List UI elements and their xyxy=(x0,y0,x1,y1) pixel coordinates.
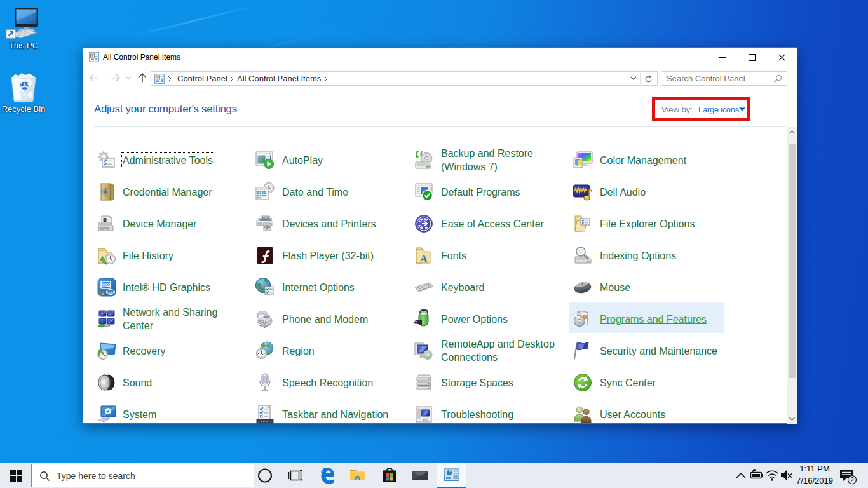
svg-text:A: A xyxy=(420,253,428,265)
svg-text:intel: intel xyxy=(107,290,114,294)
svg-text:2: 2 xyxy=(850,477,854,484)
